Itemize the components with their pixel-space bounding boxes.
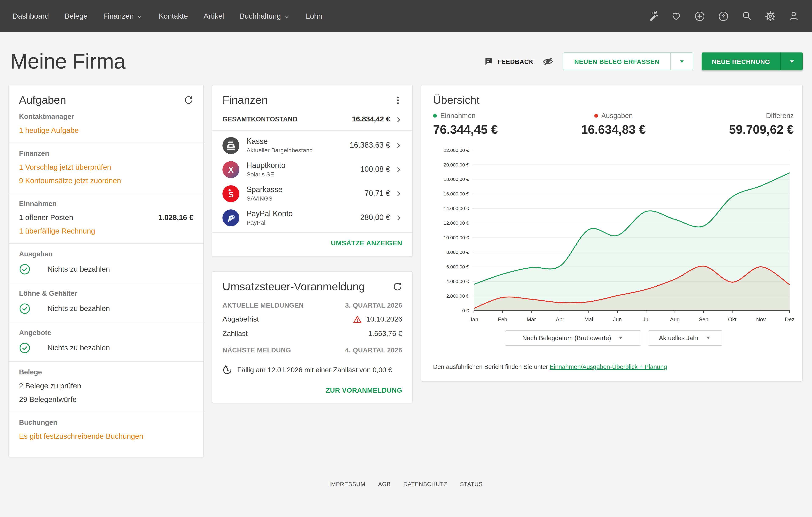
task-item-done: Nichts zu bezahlen (19, 303, 193, 314)
account-row-paypal-konto[interactable]: PP PayPal Konto PayPal 280,00 € (223, 206, 402, 230)
select-value: Nach Belegdatum (Bruttowerte) (522, 334, 611, 341)
kebab-menu-icon[interactable] (394, 95, 402, 105)
report-link[interactable]: Einnahmen/Ausgaben-Überblick + Planung (550, 363, 667, 370)
footer-link-impressum[interactable]: IMPRESSUM (329, 481, 366, 487)
chevron-right-icon (395, 116, 402, 123)
task-section-heading: Kontaktmanager (19, 113, 193, 121)
tax-due-value: 1.663,76 € (368, 329, 402, 338)
value-basis-select[interactable]: Nach Belegdatum (Bruttowerte) (505, 330, 641, 345)
plus-circle-icon[interactable] (694, 10, 705, 22)
wand-icon[interactable] (647, 10, 659, 22)
report-note: Den ausführlichen Bericht finden Sie unt… (433, 363, 794, 370)
account-subtitle: PayPal (246, 219, 293, 226)
nav-item-label: Dashboard (13, 11, 49, 21)
heart-icon[interactable] (671, 10, 682, 22)
svg-text:14.000,00 €: 14.000,00 € (444, 206, 469, 211)
chart-filters: Nach Belegdatum (Bruttowerte)Aktuelles J… (433, 330, 794, 345)
sparkasse-account-icon: S (223, 185, 239, 202)
task-section-heading: Ausgaben (19, 250, 193, 258)
task-section-einnahmen: Einnahmen1 offener Posten1.028,16 €1 übe… (9, 193, 203, 243)
task-item[interactable]: 2 Belege zu prüfen (19, 382, 193, 391)
task-link[interactable]: 1 Vorschlag jetzt überprüfen (19, 163, 111, 172)
task-section-ausgaben: AusgabenNichts zu bezahlen (9, 243, 203, 283)
gear-icon[interactable] (765, 10, 776, 22)
nav-item-finanzen[interactable]: Finanzen (103, 11, 143, 21)
overview-stats: Einnahmen 76.344,45 €Ausgaben 16.634,83 … (433, 112, 794, 137)
tasks-card: Aufgaben Kontaktmanager1 heutige Aufgabe… (8, 85, 204, 457)
svg-text:16.000,00 €: 16.000,00 € (444, 191, 469, 197)
next-period: 4. QUARTAL 2026 (345, 346, 402, 354)
overview-card: Übersicht Einnahmen 76.344,45 €Ausgaben … (421, 85, 803, 381)
refresh-icon[interactable] (183, 95, 193, 105)
task-link[interactable]: 9 Kontoumsätze jetzt zuordnen (19, 176, 121, 185)
svg-text:2.000,00 €: 2.000,00 € (446, 293, 469, 299)
legend-dot (594, 114, 598, 118)
task-item[interactable]: 29 Belegentwürfe (19, 395, 193, 404)
nav-item-belege[interactable]: Belege (64, 11, 88, 21)
go-to-vat-return-link[interactable]: ZUR VORANMELDUNG (326, 387, 402, 394)
nav-item-kontakte[interactable]: Kontakte (158, 11, 188, 21)
account-subtitle: Solaris SE (246, 171, 286, 178)
legend-dot (433, 114, 437, 118)
nav-item-dashboard[interactable]: Dashboard (13, 11, 49, 21)
svg-text:Nov: Nov (756, 316, 766, 322)
stat-value: 76.344,45 € (433, 123, 553, 137)
user-icon[interactable] (788, 10, 799, 22)
task-section-buchungen: BuchungenEs gibt festzuschreibende Buchu… (9, 412, 203, 449)
kasse-account-icon (223, 137, 239, 154)
nav-item-label: Lohn (306, 11, 322, 21)
stat-ausgaben: Ausgaben 16.634,83 € (553, 112, 674, 137)
task-section-heading: Buchungen (19, 419, 193, 427)
account-name: PayPal Konto (246, 209, 293, 218)
new-invoice-button[interactable]: NEUE RECHNUNG (702, 53, 803, 70)
page-header: Meine Firma FEEDBACK NEUEN BELEG ERFASSE… (0, 32, 812, 85)
refresh-icon[interactable] (393, 282, 402, 291)
account-row-hauptkonto[interactable]: X Hauptkonto Solaris SE 100,08 € (223, 157, 402, 181)
chart-svg: 0 €2.000,00 €4.000,00 €6.000,00 €8.000,0… (433, 146, 794, 326)
new-invoice-dropdown[interactable] (780, 53, 803, 70)
task-link[interactable]: Es gibt festzuschreibende Buchungen (19, 432, 143, 441)
task-section-angebote: AngeboteNichts zu bezahlen (9, 322, 203, 361)
search-icon[interactable] (742, 10, 752, 22)
task-item[interactable]: 1 offener Posten1.028,16 € (19, 213, 193, 222)
feedback-button[interactable]: FEEDBACK (484, 57, 534, 66)
check-circle-icon (19, 342, 30, 354)
chevron-right-icon (395, 190, 402, 197)
nav-item-lohn[interactable]: Lohn (306, 11, 322, 21)
task-section-heading: Angebote (19, 329, 193, 337)
question-circle-icon[interactable]: ? (718, 10, 729, 22)
account-row-sparkasse[interactable]: S Sparkasse SAVINGS 70,71 € (223, 181, 402, 206)
stat-einnahmen: Einnahmen 76.344,45 € (433, 112, 553, 137)
footer-link-status[interactable]: STATUS (460, 481, 483, 487)
finance-card: Finanzen GESAMTKONTOSTAND 16.834,42 € Ka… (212, 85, 413, 257)
current-period: 3. QUARTAL 2026 (345, 301, 402, 309)
footer-link-datenschutz[interactable]: DATENSCHUTZ (403, 481, 447, 487)
task-sections: Kontaktmanager1 heutige AufgabeFinanzen1… (19, 109, 193, 449)
nav-item-label: Belege (64, 11, 88, 21)
new-receipt-dropdown[interactable] (670, 53, 693, 70)
task-section-l-hne-geh-lter: Löhne & GehälterNichts zu bezahlen (9, 283, 203, 322)
show-transactions-link[interactable]: UMSÄTZE ANZEIGEN (331, 239, 402, 247)
svg-text:Jan: Jan (469, 316, 478, 322)
new-receipt-button[interactable]: NEUEN BELEG ERFASSEN (563, 53, 693, 70)
task-link[interactable]: 1 überfällige Rechnung (19, 227, 95, 236)
account-subtitle: SAVINGS (246, 195, 283, 202)
chevron-right-icon (395, 166, 402, 173)
nav-icon-bar: ? (647, 10, 799, 22)
nav-item-buchhaltung[interactable]: Buchhaltung (240, 11, 290, 21)
total-balance-row[interactable]: GESAMTKONTOSTAND 16.834,42 € (223, 109, 402, 130)
hide-amounts-eye-off-icon[interactable] (542, 56, 554, 67)
nav-item-artikel[interactable]: Artikel (203, 11, 224, 21)
svg-text:6.000,00 €: 6.000,00 € (446, 264, 469, 269)
tasks-card-title: Aufgaben (19, 93, 66, 107)
svg-text:Okt: Okt (728, 316, 736, 322)
svg-text:?: ? (722, 13, 725, 20)
account-row-kasse[interactable]: Kasse Aktueller Bargeldbestand 16.383,63… (223, 133, 402, 157)
period-select[interactable]: Aktuelles Jahr (648, 330, 722, 345)
finance-card-title: Finanzen (223, 93, 268, 107)
stat-label: Differenz (766, 112, 793, 120)
svg-text:Sep: Sep (699, 316, 708, 322)
task-link[interactable]: 1 heutige Aufgabe (19, 126, 79, 135)
deadline-date: 10.10.2026 (366, 315, 402, 324)
footer-link-agb[interactable]: AGB (378, 481, 390, 487)
